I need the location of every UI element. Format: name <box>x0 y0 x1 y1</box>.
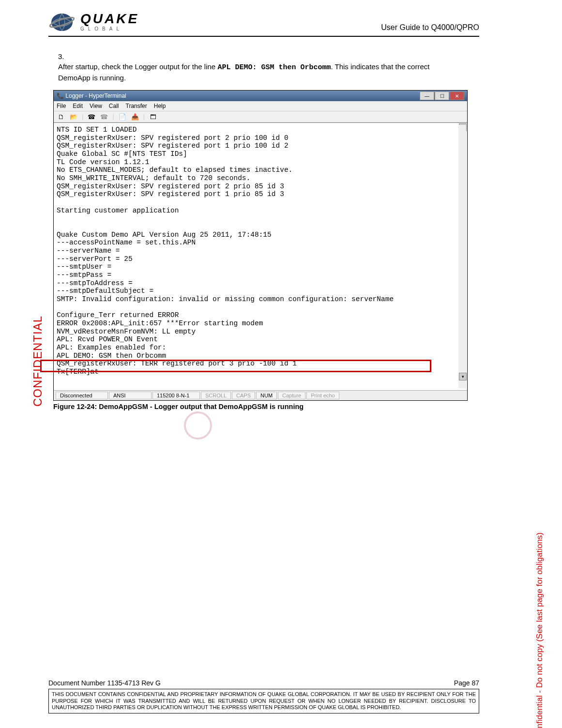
document-number: Document Number 1135-4713 Rev G <box>48 679 161 687</box>
toolbar: 🗋 📂 | ☎ ☎ | 📄 📥 | 🗔 <box>54 111 467 122</box>
disconnect-icon[interactable]: ☎ <box>100 113 108 121</box>
logo: QUAKE GLOBAL <box>48 10 139 34</box>
status-print: Print echo <box>306 392 339 399</box>
figure-caption: Figure 12-24: DemoAppGSM - Logger output… <box>53 403 474 410</box>
menubar: File Edit View Call Transfer Help <box>54 101 467 111</box>
window-title: Logger - HyperTerminal <box>65 92 126 99</box>
page-header: QUAKE GLOBAL User Guide to Q4000/QPRO <box>48 10 479 37</box>
status-mode: ANSI <box>109 392 152 399</box>
new-icon[interactable]: 🗋 <box>57 113 65 121</box>
minimize-button[interactable]: — <box>420 91 434 100</box>
menu-view[interactable]: View <box>90 103 102 109</box>
status-caps: CAPS <box>232 392 255 399</box>
approval-stamp <box>183 410 213 441</box>
step-text-a: After startup, check the Logger output f… <box>58 62 217 71</box>
status-baud: 115200 8-N-1 <box>152 392 200 399</box>
receive-icon[interactable]: 📥 <box>131 113 139 121</box>
window-titlebar: 📞 Logger - HyperTerminal — ☐ ✕ <box>54 91 467 101</box>
connect-icon[interactable]: ☎ <box>87 113 96 121</box>
menu-call[interactable]: Call <box>109 103 119 109</box>
status-scroll: SCROLL <box>201 392 231 399</box>
step-code: APL DEMO: GSM then Orbcomm <box>217 63 331 72</box>
watermark-confidential: CONFIDENTIAL <box>31 316 45 407</box>
step-3: 3. After startup, check the Logger outpu… <box>58 51 465 83</box>
page-number: Page 87 <box>454 679 479 687</box>
scroll-down-icon[interactable]: ▾ <box>459 373 467 380</box>
open-icon[interactable]: 📂 <box>69 113 78 121</box>
maximize-button[interactable]: ☐ <box>435 91 449 100</box>
screenshot-figure: 📞 Logger - HyperTerminal — ☐ ✕ File Edit… <box>53 90 468 401</box>
status-connection: Disconnected <box>56 392 108 399</box>
statusbar: Disconnected ANSI 115200 8-N-1 SCROLL CA… <box>54 390 467 400</box>
properties-icon[interactable]: 🗔 <box>149 113 157 121</box>
document-title: User Guide to Q4000/QPRO <box>381 23 479 34</box>
menu-help[interactable]: Help <box>154 103 166 109</box>
menu-file[interactable]: File <box>57 103 66 109</box>
menu-edit[interactable]: Edit <box>73 103 83 109</box>
close-button[interactable]: ✕ <box>450 91 464 100</box>
page-footer: Document Number 1135-4713 Rev G Page 87 … <box>48 679 479 713</box>
status-capture: Capture <box>278 392 305 399</box>
step-number: 3. <box>58 51 72 61</box>
highlight-rect <box>40 360 431 372</box>
logo-text-main: QUAKE <box>80 12 139 26</box>
menu-transfer[interactable]: Transfer <box>126 103 147 109</box>
app-icon: 📞 <box>57 92 64 99</box>
terminal-output[interactable]: NTS ID SET 1 LOADED QSM_registerRxUser: … <box>55 125 466 388</box>
status-num: NUM <box>256 392 277 399</box>
watermark-classification: Information classified Confidential - Do… <box>535 532 545 728</box>
logo-text-sub: GLOBAL <box>80 27 139 31</box>
terminal-area: ▴ NTS ID SET 1 LOADED QSM_registerRxUser… <box>54 122 467 390</box>
send-icon[interactable]: 📄 <box>118 113 127 121</box>
legal-notice: THIS DOCUMENT CONTAINS CONFIDENTIAL AND … <box>48 689 479 713</box>
globe-icon <box>48 10 77 34</box>
